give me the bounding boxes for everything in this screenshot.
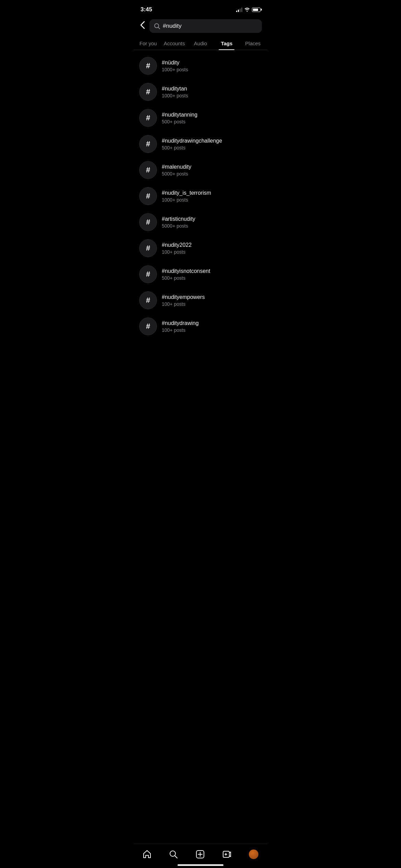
search-input-container[interactable]: #nudity bbox=[149, 19, 262, 33]
result-tag: #nudity_is_terrorism bbox=[162, 190, 262, 196]
search-bar-row: #nudity bbox=[134, 17, 267, 36]
search-query: #nudity bbox=[163, 23, 182, 29]
result-info: #nuditytan 1000+ posts bbox=[162, 86, 262, 98]
result-item[interactable]: # #nudityisnotconsent 500+ posts bbox=[134, 261, 267, 287]
result-item[interactable]: # #nudity2022 100+ posts bbox=[134, 235, 267, 261]
hashtag-avatar: # bbox=[139, 239, 157, 257]
result-tag: #nuditydrawingchallenge bbox=[162, 138, 262, 144]
result-count: 500+ posts bbox=[162, 275, 262, 281]
hashtag-avatar: # bbox=[139, 83, 157, 101]
hashtag-symbol: # bbox=[146, 166, 150, 174]
hashtag-symbol: # bbox=[146, 61, 150, 70]
result-count: 100+ posts bbox=[162, 301, 262, 307]
hashtag-avatar: # bbox=[139, 317, 157, 335]
tab-audio[interactable]: Audio bbox=[187, 36, 214, 50]
result-item[interactable]: # #nuditydrawingchallenge 500+ posts bbox=[134, 131, 267, 157]
result-tag: #malenudity bbox=[162, 164, 262, 170]
result-count: 100+ posts bbox=[162, 327, 262, 333]
hashtag-avatar: # bbox=[139, 265, 157, 283]
tab-accounts[interactable]: Accounts bbox=[161, 36, 187, 50]
hashtag-symbol: # bbox=[146, 296, 150, 305]
hashtag-avatar: # bbox=[139, 291, 157, 309]
result-tag: #nuditytanning bbox=[162, 112, 262, 118]
result-count: 1000+ posts bbox=[162, 93, 262, 98]
result-tag: #nuditydrawing bbox=[162, 320, 262, 326]
status-time: 3:45 bbox=[141, 6, 152, 13]
hashtag-symbol: # bbox=[146, 87, 150, 96]
result-info: #nuditydrawingchallenge 500+ posts bbox=[162, 138, 262, 150]
svg-line-2 bbox=[158, 27, 160, 29]
hashtag-avatar: # bbox=[139, 135, 157, 153]
hashtag-symbol: # bbox=[146, 244, 150, 253]
hashtag-symbol: # bbox=[146, 113, 150, 122]
result-info: #nuditytanning 500+ posts bbox=[162, 112, 262, 124]
result-tag: #nudityempowers bbox=[162, 294, 262, 300]
hashtag-symbol: # bbox=[146, 322, 150, 331]
result-count: 5000+ posts bbox=[162, 223, 262, 229]
hashtag-avatar: # bbox=[139, 161, 157, 179]
battery-icon bbox=[252, 8, 260, 12]
back-button[interactable] bbox=[139, 20, 146, 32]
hashtag-symbol: # bbox=[146, 192, 150, 201]
status-bar: 3:45 bbox=[134, 0, 267, 17]
result-item[interactable]: # #nüdity 1000+ posts bbox=[134, 53, 267, 79]
svg-point-0 bbox=[247, 11, 248, 12]
result-item[interactable]: # #nuditytan 1000+ posts bbox=[134, 79, 267, 105]
hashtag-symbol: # bbox=[146, 270, 150, 279]
result-item[interactable]: # #artisticnudity 5000+ posts bbox=[134, 209, 267, 235]
result-count: 500+ posts bbox=[162, 145, 262, 150]
signal-icon bbox=[236, 7, 242, 12]
hashtag-symbol: # bbox=[146, 140, 150, 148]
result-tag: #nüdity bbox=[162, 60, 262, 66]
result-item[interactable]: # #nudity_is_terrorism 1000+ posts bbox=[134, 183, 267, 209]
search-icon bbox=[154, 23, 160, 29]
result-count: 100+ posts bbox=[162, 249, 262, 255]
result-info: #nuditydrawing 100+ posts bbox=[162, 320, 262, 333]
hashtag-symbol: # bbox=[146, 218, 150, 227]
hashtag-avatar: # bbox=[139, 109, 157, 127]
hashtag-avatar: # bbox=[139, 57, 157, 75]
result-info: #nüdity 1000+ posts bbox=[162, 60, 262, 72]
result-info: #nudityisnotconsent 500+ posts bbox=[162, 268, 262, 281]
tabs-row: For you Accounts Audio Tags Places bbox=[134, 36, 267, 50]
result-item[interactable]: # #nuditytanning 500+ posts bbox=[134, 105, 267, 131]
result-item[interactable]: # #malenudity 5000+ posts bbox=[134, 157, 267, 183]
wifi-icon bbox=[244, 8, 250, 12]
hashtag-avatar: # bbox=[139, 213, 157, 231]
result-tag: #nudity2022 bbox=[162, 242, 262, 248]
result-count: 1000+ posts bbox=[162, 197, 262, 203]
result-tag: #artisticnudity bbox=[162, 216, 262, 222]
hashtag-avatar: # bbox=[139, 187, 157, 205]
tab-places[interactable]: Places bbox=[240, 36, 266, 50]
result-tag: #nuditytan bbox=[162, 86, 262, 92]
result-count: 1000+ posts bbox=[162, 67, 262, 72]
result-info: #malenudity 5000+ posts bbox=[162, 164, 262, 177]
result-item[interactable]: # #nudityempowers 100+ posts bbox=[134, 287, 267, 313]
tab-for-you[interactable]: For you bbox=[135, 36, 161, 50]
result-count: 5000+ posts bbox=[162, 171, 262, 177]
tab-tags[interactable]: Tags bbox=[214, 36, 240, 50]
results-list: # #nüdity 1000+ posts # #nuditytan 1000+… bbox=[134, 50, 267, 342]
result-item[interactable]: # #nuditydrawing 100+ posts bbox=[134, 313, 267, 339]
result-info: #nudityempowers 100+ posts bbox=[162, 294, 262, 307]
result-info: #nudity_is_terrorism 1000+ posts bbox=[162, 190, 262, 203]
result-info: #nudity2022 100+ posts bbox=[162, 242, 262, 255]
result-tag: #nudityisnotconsent bbox=[162, 268, 262, 274]
result-info: #artisticnudity 5000+ posts bbox=[162, 216, 262, 229]
status-icons bbox=[236, 7, 260, 12]
result-count: 500+ posts bbox=[162, 119, 262, 124]
